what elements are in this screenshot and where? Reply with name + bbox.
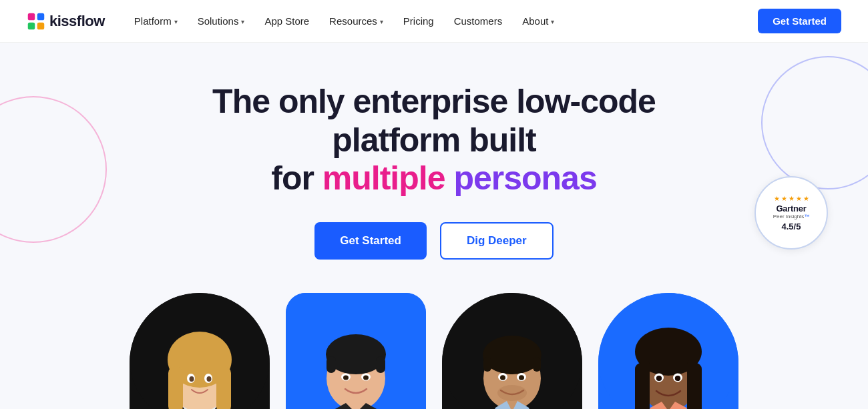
kissflow-logo-icon (27, 12, 45, 31)
chevron-down-icon: ▾ (551, 18, 554, 25)
chevron-down-icon: ▾ (241, 18, 244, 25)
logo[interactable]: kissflow (27, 12, 105, 31)
persona-card-3 (442, 293, 582, 410)
svg-rect-10 (216, 366, 231, 410)
highlight-personas: personas (445, 159, 597, 197)
persona-card-1 (130, 293, 270, 410)
hero-get-started-button[interactable]: Get Started (314, 222, 427, 260)
logo-text: kissflow (49, 13, 105, 30)
chevron-down-icon: ▾ (380, 18, 383, 25)
nav-item-resources[interactable]: Resources ▾ (321, 10, 391, 32)
gartner-brand: Gartner (777, 203, 807, 214)
persona-illustration-4 (598, 293, 738, 410)
highlight-multiple: multiple (322, 159, 445, 197)
navbar: kissflow Platform ▾ Solutions ▾ App Stor… (0, 0, 868, 43)
svg-point-30 (483, 336, 541, 374)
svg-rect-31 (483, 357, 491, 372)
gartner-stars: ★ ★ ★ ★ ★ (774, 195, 809, 202)
star-icon: ★ (803, 195, 809, 202)
persona-card-2 (286, 293, 426, 410)
gartner-rating: 4.5/5 (782, 222, 801, 232)
svg-rect-46 (687, 360, 696, 410)
personas-row (27, 293, 841, 410)
svg-rect-21 (376, 356, 385, 373)
nav-item-pricing[interactable]: Pricing (395, 10, 442, 32)
nav-item-solutions[interactable]: Solutions ▾ (190, 10, 253, 32)
svg-point-14 (207, 376, 212, 382)
svg-point-13 (190, 376, 194, 382)
star-icon: ★ (781, 195, 787, 202)
svg-rect-32 (533, 357, 541, 372)
persona-illustration-1 (130, 293, 270, 410)
svg-point-25 (363, 375, 369, 380)
svg-point-33 (497, 385, 527, 401)
star-icon: ★ (774, 195, 780, 202)
persona-card-4 (598, 293, 738, 410)
svg-point-36 (500, 375, 505, 380)
nav-item-customers[interactable]: Customers (446, 10, 511, 32)
svg-rect-45 (640, 360, 650, 410)
svg-point-49 (656, 376, 662, 381)
svg-rect-9 (168, 366, 183, 410)
nav-get-started-button[interactable]: Get Started (758, 9, 841, 33)
svg-rect-2 (28, 22, 35, 29)
star-icon: ★ (789, 195, 795, 202)
star-icon: ★ (796, 195, 802, 202)
nav-links: Platform ▾ Solutions ▾ App Store Resourc… (126, 10, 758, 32)
svg-rect-20 (327, 356, 336, 373)
hero-dig-deeper-button[interactable]: Dig Deeper (440, 222, 554, 260)
svg-point-24 (343, 375, 349, 380)
hero-buttons: Get Started Dig Deeper (27, 222, 841, 260)
nav-item-platform[interactable]: Platform ▾ (126, 10, 186, 32)
deco-circle-left (0, 96, 107, 243)
persona-illustration-3 (442, 293, 582, 410)
svg-rect-3 (37, 22, 45, 29)
persona-illustration-2 (286, 293, 426, 410)
svg-rect-1 (37, 13, 45, 20)
gartner-sub: Peer Insights™ (773, 214, 810, 220)
deco-circle-right (761, 56, 868, 189)
gartner-badge: ★ ★ ★ ★ ★ Gartner Peer Insights™ 4.5/5 (754, 176, 828, 250)
nav-item-about[interactable]: About ▾ (514, 10, 562, 32)
chevron-down-icon: ▾ (174, 18, 178, 25)
svg-point-50 (675, 376, 680, 381)
nav-item-appstore[interactable]: App Store (256, 10, 317, 32)
hero-headline: The only enterprise low-code platform bu… (180, 83, 688, 198)
hero-section: The only enterprise low-code platform bu… (0, 43, 868, 409)
svg-rect-0 (28, 13, 35, 20)
svg-point-37 (519, 375, 524, 380)
